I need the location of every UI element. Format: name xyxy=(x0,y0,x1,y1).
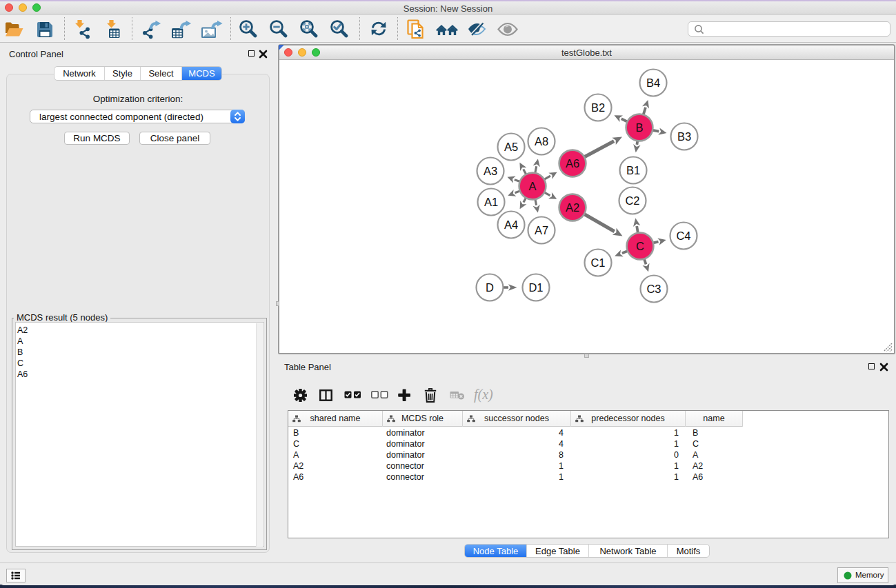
svg-text:B2: B2 xyxy=(591,101,605,114)
svg-text:A4: A4 xyxy=(504,219,518,231)
svg-text:A1: A1 xyxy=(484,196,498,208)
svg-text:D: D xyxy=(486,281,494,294)
svg-text:C: C xyxy=(636,240,644,252)
svg-text:A6: A6 xyxy=(566,157,579,170)
svg-text:B3: B3 xyxy=(677,130,691,143)
svg-text:A7: A7 xyxy=(535,224,548,236)
svg-text:C1: C1 xyxy=(590,256,605,269)
svg-text:B4: B4 xyxy=(646,77,660,89)
svg-text:D1: D1 xyxy=(528,281,543,294)
svg-text:A8: A8 xyxy=(535,135,548,148)
svg-text:C2: C2 xyxy=(625,194,639,207)
svg-text:A3: A3 xyxy=(484,165,497,177)
svg-text:A: A xyxy=(528,180,536,192)
svg-text:A5: A5 xyxy=(504,141,518,153)
svg-text:C4: C4 xyxy=(676,230,690,242)
svg-text:B: B xyxy=(635,121,643,134)
svg-text:B1: B1 xyxy=(626,164,640,176)
svg-text:A2: A2 xyxy=(566,201,579,214)
svg-text:C3: C3 xyxy=(646,283,661,295)
